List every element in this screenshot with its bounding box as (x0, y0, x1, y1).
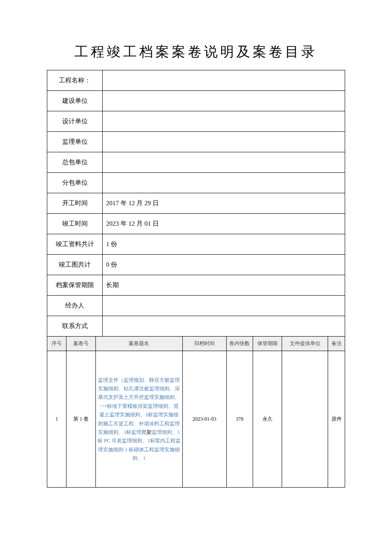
label-handler: 经办人 (47, 296, 103, 316)
info-row-handler: 经办人 (47, 296, 345, 316)
info-row-contact: 联系方式 (47, 316, 345, 337)
label-design-unit: 设计单位 (47, 111, 103, 132)
label-subcontractor: 分包单位 (47, 173, 103, 193)
header-volume-title: 案卷题名 (95, 337, 183, 351)
info-row-completion-date: 竣工时间 2023 年 12 月 01 日 (47, 214, 345, 234)
info-row-archive-period: 档案保管期限 长期 (47, 275, 345, 296)
cell-volume-no: 第 1 卷 (66, 351, 95, 488)
label-contact: 联系方式 (47, 316, 103, 337)
catalog-table: 序号 案卷号 案卷题名 归档时间 卷内张数 保管期限 文件提供单位 备注 1 第… (47, 336, 345, 488)
value-general-contractor (103, 152, 345, 173)
title-part1: 监理文件（监理规划、静压方桩监理实施细则、钻孔灌注桩监理细则、深基坑支护及土方开… (98, 377, 180, 435)
header-provider: 文件提供单位 (282, 337, 328, 351)
header-remark: 备注 (328, 337, 345, 351)
value-build-unit (103, 91, 345, 111)
catalog-header-row: 序号 案卷号 案卷题名 归档时间 卷内张数 保管期限 文件提供单位 备注 (47, 337, 345, 351)
header-archive-date: 归档时间 (183, 337, 226, 351)
value-contact (103, 316, 345, 337)
value-completion-drawings: 0 份 (103, 255, 345, 275)
cell-remark: 原件 (328, 351, 345, 488)
label-start-date: 开工时间 (47, 193, 103, 214)
value-archive-period: 长期 (103, 275, 345, 296)
table-row: 1 第 1 卷 监理文件（监理规划、静压方桩监理实施细则、钻孔灌注桩监理细则、深… (47, 351, 345, 488)
header-pages: 卷内张数 (226, 337, 253, 351)
value-project-name (103, 70, 345, 91)
label-build-unit: 建设单位 (47, 91, 103, 111)
info-row-design-unit: 设计单位 (47, 111, 345, 132)
info-row-completion-drawings: 竣工图共计 0 份 (47, 255, 345, 275)
header-seq: 序号 (47, 337, 66, 351)
value-handler (103, 296, 345, 316)
info-row-completion-docs: 竣工资料共计 1 份 (47, 234, 345, 255)
cell-pages: 378 (226, 351, 253, 488)
label-project-name: 工程名称： (47, 70, 103, 91)
cell-seq: 1 (47, 351, 66, 488)
info-row-supervision-unit: 监理单位 (47, 132, 345, 152)
info-row-project-name: 工程名称： (47, 70, 345, 91)
header-period: 保管期限 (253, 337, 282, 351)
label-completion-date: 竣工时间 (47, 214, 103, 234)
info-row-subcontractor: 分包单位 (47, 173, 345, 193)
header-volume-no: 案卷号 (66, 337, 95, 351)
info-row-build-unit: 建设单位 (47, 91, 345, 111)
cell-volume-title[interactable]: 监理文件（监理规划、静压方桩监理实施细则、钻孔灌注桩监理细则、深基坑支护及土方开… (95, 351, 183, 488)
value-design-unit (103, 111, 345, 132)
label-completion-drawings: 竣工图共计 (47, 255, 103, 275)
value-start-date: 2017 年 12 月 29 日 (103, 193, 345, 214)
value-completion-date: 2023 年 12 月 01 日 (103, 214, 345, 234)
cell-archive-date: 2023-01-03 (183, 351, 226, 488)
value-supervision-unit (103, 132, 345, 152)
info-table: 工程名称： 建设单位 设计单位 监理单位 总包单位 分包单位 开工时间 2017… (47, 70, 345, 337)
info-row-general-contractor: 总包单位 (47, 152, 345, 173)
label-supervision-unit: 监理单位 (47, 132, 103, 152)
cell-period: 永久 (253, 351, 282, 488)
title-highlight: 架 (147, 429, 152, 435)
label-archive-period: 档案保管期限 (47, 275, 103, 296)
value-subcontractor (103, 173, 345, 193)
page-title: 工程竣工档案案卷说明及案卷目录 (47, 43, 345, 61)
cell-provider (282, 351, 328, 488)
label-general-contractor: 总包单位 (47, 152, 103, 173)
label-completion-docs: 竣工资料共计 (47, 234, 103, 255)
value-completion-docs: 1 份 (103, 234, 345, 255)
info-row-start-date: 开工时间 2017 年 12 月 29 日 (47, 193, 345, 214)
